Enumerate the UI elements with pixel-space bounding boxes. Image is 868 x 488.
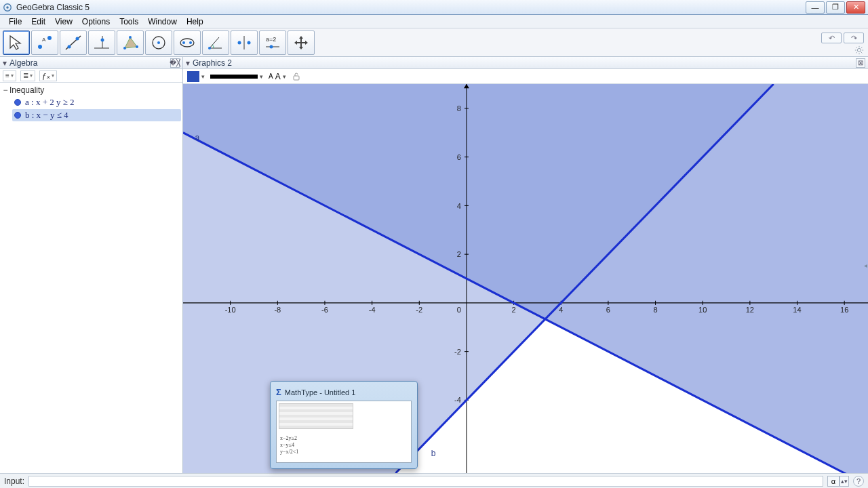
redo-button[interactable]: ↷ xyxy=(844,33,864,43)
visibility-dot-icon[interactable] xyxy=(14,112,21,119)
preview-title: MathType - Untitled 1 xyxy=(285,388,356,396)
svg-point-18 xyxy=(182,41,185,44)
svg-text:b: b xyxy=(431,449,436,458)
menu-options[interactable]: Options xyxy=(77,16,115,28)
svg-point-20 xyxy=(208,47,211,49)
menu-bar: File Edit View Options Tools Window Help xyxy=(0,15,868,28)
algebra-sort-selector[interactable]: ≡▾ xyxy=(3,70,16,81)
svg-marker-11 xyxy=(125,37,137,48)
svg-point-10 xyxy=(101,38,104,41)
menu-window[interactable]: Window xyxy=(143,16,182,28)
svg-point-22 xyxy=(238,41,241,44)
svg-point-2 xyxy=(38,45,42,49)
algebra-aux-selector[interactable]: ≣▾ xyxy=(20,70,35,81)
svg-text:-10: -10 xyxy=(225,306,236,314)
svg-text:8: 8 xyxy=(457,104,461,113)
svg-text:4: 4 xyxy=(457,201,461,209)
tool-reflect[interactable] xyxy=(231,30,258,55)
svg-text:-2: -2 xyxy=(454,348,461,356)
menu-view[interactable]: View xyxy=(50,16,77,28)
minimize-button[interactable]: — xyxy=(806,1,825,14)
algebra-item-a[interactable]: a : x + 2 y ≥ 2 xyxy=(12,96,181,108)
algebra-panel-header[interactable]: ▾ Algebra �╳ xyxy=(0,57,182,69)
input-label: Input: xyxy=(4,476,24,486)
tool-perpendicular[interactable] xyxy=(88,30,115,55)
category-inequality[interactable]: −Inequality xyxy=(1,85,181,95)
menu-tools[interactable]: Tools xyxy=(115,16,143,28)
input-history-button[interactable]: ▴▾ xyxy=(840,476,849,487)
svg-point-12 xyxy=(123,47,126,49)
svg-text:16: 16 xyxy=(840,306,848,314)
close-button[interactable]: ✕ xyxy=(846,1,865,14)
graphics-close-icon[interactable]: ⊠ xyxy=(856,58,865,68)
main-toolbar: A a=2 ↶ ↷ xyxy=(0,28,868,57)
color-picker[interactable]: ▾ xyxy=(187,71,205,82)
svg-text:A: A xyxy=(42,37,46,43)
algebra-item-b[interactable]: b : x − y ≤ 4 xyxy=(12,109,181,121)
tool-angle[interactable] xyxy=(202,30,229,55)
svg-point-13 xyxy=(129,36,132,39)
svg-text:0: 0 xyxy=(457,306,461,314)
svg-point-3 xyxy=(47,36,52,40)
svg-text:-8: -8 xyxy=(274,306,281,314)
lock-icon[interactable] xyxy=(292,72,301,81)
input-help-button[interactable]: ? xyxy=(853,476,864,487)
graphics-panel-header[interactable]: ▾ Graphics 2 ⊠ xyxy=(183,57,868,69)
svg-text:-4: -4 xyxy=(454,396,461,404)
algebra-expr-b: b : x − y ≤ 4 xyxy=(25,110,68,121)
algebra-title: Algebra xyxy=(9,58,37,68)
algebra-toolbar: ≡▾ ≣▾ ƒₓ▾ xyxy=(0,69,182,83)
chevron-down-icon: ▾ xyxy=(186,58,193,68)
maximize-button[interactable]: ❐ xyxy=(826,1,845,14)
algebra-close-icon[interactable]: �╳ xyxy=(170,58,180,68)
menu-file[interactable]: File xyxy=(4,16,26,28)
line-style-picker[interactable]: ▾ xyxy=(210,73,263,80)
tool-move[interactable] xyxy=(3,30,30,55)
undo-button[interactable]: ↶ xyxy=(821,33,842,43)
svg-text:4: 4 xyxy=(559,306,563,314)
svg-text:10: 10 xyxy=(698,306,707,314)
svg-text:6: 6 xyxy=(457,153,461,161)
tool-move-view[interactable] xyxy=(288,30,315,55)
tool-slider[interactable]: a=2 xyxy=(259,30,286,55)
svg-point-26 xyxy=(270,45,273,48)
taskbar-preview[interactable]: Σ MathType - Untitled 1 x−2y≥2 x−y≤4 y−x… xyxy=(270,381,418,469)
svg-point-27 xyxy=(857,48,861,52)
tool-point[interactable]: A xyxy=(31,30,58,55)
chevron-down-icon: ▾ xyxy=(3,58,9,68)
svg-text:-4: -4 xyxy=(369,306,376,314)
menu-help[interactable]: Help xyxy=(182,16,208,28)
svg-point-14 xyxy=(136,45,138,48)
side-expand-grip[interactable]: ◂ xyxy=(863,256,868,274)
mathtype-icon: Σ xyxy=(276,387,281,397)
text-size-picker[interactable]: AA▾ xyxy=(269,72,286,81)
svg-point-1 xyxy=(6,6,9,9)
app-icon xyxy=(3,3,12,12)
svg-point-16 xyxy=(157,41,160,44)
svg-text:-2: -2 xyxy=(416,306,422,314)
svg-point-19 xyxy=(189,41,192,44)
svg-text:12: 12 xyxy=(746,306,754,314)
svg-point-7 xyxy=(76,37,79,40)
svg-rect-28 xyxy=(294,76,299,80)
menu-edit[interactable]: Edit xyxy=(26,16,50,28)
graphics-toolbar: ▾ ▾ AA▾ xyxy=(183,69,868,84)
svg-text:2: 2 xyxy=(512,306,516,314)
gear-icon[interactable] xyxy=(854,45,864,55)
window-title: GeoGebra Classic 5 xyxy=(16,3,90,12)
tool-circle[interactable] xyxy=(145,30,172,55)
tool-polygon[interactable] xyxy=(117,30,144,55)
svg-text:a=2: a=2 xyxy=(266,36,276,43)
alpha-button[interactable]: α xyxy=(827,476,840,487)
svg-point-23 xyxy=(248,41,251,44)
svg-text:14: 14 xyxy=(793,306,801,314)
preview-thumbnail: x−2y≥2 x−y≤4 y−x/2<1 xyxy=(276,401,412,463)
input-field[interactable] xyxy=(28,476,823,487)
svg-text:8: 8 xyxy=(653,306,657,314)
algebra-expr-a: a : x + 2 y ≥ 2 xyxy=(25,97,75,108)
algebra-fx-selector[interactable]: ƒₓ▾ xyxy=(39,70,58,81)
tool-line[interactable] xyxy=(60,30,87,55)
visibility-dot-icon[interactable] xyxy=(14,99,21,106)
tool-ellipse[interactable] xyxy=(174,30,201,55)
graphics-title: Graphics 2 xyxy=(193,58,232,68)
